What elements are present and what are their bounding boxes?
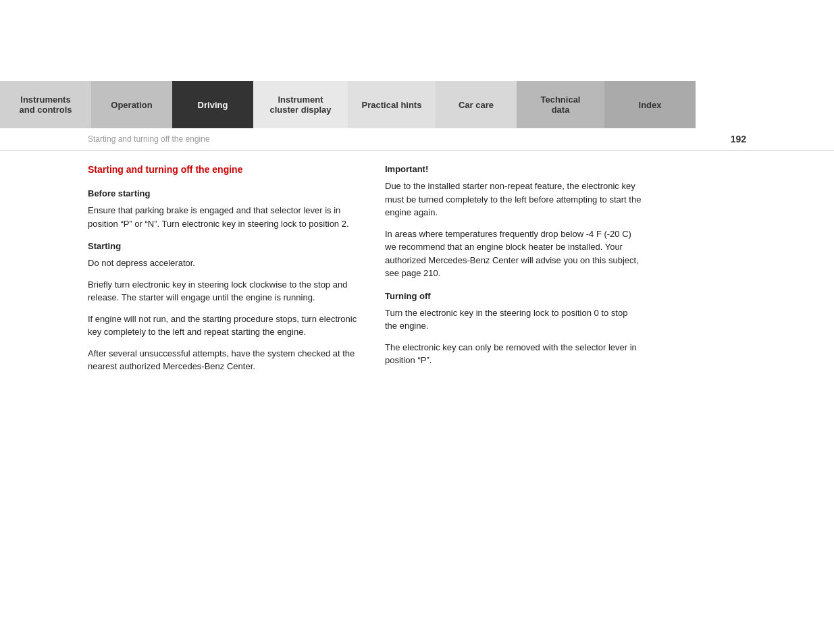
page-number: 192 (731, 134, 746, 144)
tab-technical-data[interactable]: Technical data (517, 81, 604, 128)
important-text-1: Due to the installed starter non-repeat … (385, 180, 642, 219)
content-area: Starting and turning off the engine Befo… (0, 151, 834, 395)
right-column: Important! Due to the installed starter … (385, 164, 642, 381)
breadcrumb: Starting and turning off the engine (88, 134, 731, 144)
page-header: Starting and turning off the engine 192 (0, 128, 834, 151)
tab-practical-hints[interactable]: Practical hints (348, 81, 436, 128)
starting-text-1: Do not depress accelerator. (88, 257, 358, 270)
starting-text-2: Briefly turn electronic key in steering … (88, 278, 358, 304)
turning-off-text-2: The electronic key can only be removed w… (385, 341, 642, 367)
starting-text-3: If engine will not run, and the starting… (88, 313, 358, 339)
tab-index[interactable]: Index (604, 81, 696, 128)
before-starting-title: Before starting (88, 188, 358, 198)
tab-car-care[interactable]: Car care (436, 81, 517, 128)
main-title: Starting and turning off the engine (88, 164, 358, 175)
important-text-2: In areas where temperatures frequently d… (385, 227, 642, 280)
tab-instruments-controls[interactable]: Instruments and controls (0, 81, 91, 128)
turning-off-text-1: Turn the electronic key in the steering … (385, 306, 642, 333)
before-starting-text: Ensure that parking brake is engaged and… (88, 204, 358, 230)
tab-driving[interactable]: Driving (172, 81, 253, 128)
starting-title: Starting (88, 241, 358, 251)
starting-text-4: After several unsuccessful attempts, hav… (88, 347, 358, 373)
navigation-tabs: Instruments and controls Operation Drivi… (0, 81, 834, 128)
important-label: Important! (385, 164, 642, 174)
left-column: Starting and turning off the engine Befo… (88, 164, 358, 381)
turning-off-title: Turning off (385, 291, 642, 301)
tab-operation[interactable]: Operation (91, 81, 172, 128)
tab-instrument-cluster[interactable]: Instrument cluster display (253, 81, 348, 128)
